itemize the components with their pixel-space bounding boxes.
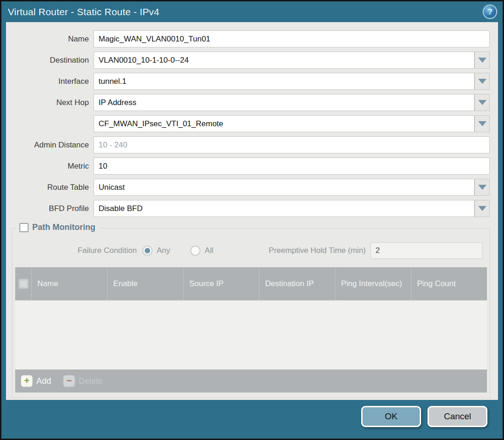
plus-icon: + — [21, 375, 33, 387]
name-input[interactable] — [94, 30, 490, 47]
form-row-bfd-profile: BFD Profile — [6, 200, 490, 217]
add-button[interactable]: + Add — [21, 375, 51, 387]
path-monitoring-title: Path Monitoring — [32, 223, 95, 232]
column-header-ping-count: Ping Count — [411, 267, 487, 300]
chevron-down-icon — [478, 185, 486, 190]
footer-button-bar: OK Cancel — [361, 406, 487, 427]
form-row-interface: Interface — [6, 73, 490, 90]
help-icon[interactable]: ? — [484, 6, 496, 18]
form-row-admin-distance: Admin Distance — [6, 136, 490, 153]
path-monitoring-checkbox[interactable] — [19, 223, 29, 232]
interface-label: Interface — [6, 77, 94, 86]
next-hop-label: Next Hop — [6, 98, 94, 107]
name-label: Name — [6, 35, 94, 44]
admin-distance-label: Admin Distance — [6, 141, 94, 150]
metric-input[interactable] — [94, 158, 490, 175]
form-row-destination: Destination — [6, 52, 490, 69]
table-header: Name Enable Source IP Destination IP Pin… — [15, 267, 487, 300]
form-row-route-table: Route Table — [6, 179, 490, 196]
ok-button[interactable]: OK — [361, 406, 421, 427]
add-button-label: Add — [36, 376, 51, 386]
table-footer-toolbar: + Add − Delete — [15, 370, 487, 393]
destination-input[interactable] — [94, 52, 475, 69]
cancel-button[interactable]: Cancel — [428, 406, 487, 427]
column-header-enable: Enable — [108, 267, 184, 300]
preemptive-hold-time-input — [370, 242, 482, 259]
table-header-checkbox-cell — [15, 267, 32, 300]
column-header-source-ip: Source IP — [184, 267, 260, 300]
dialog-window: Virtual Router - Static Route - IPv4 ? N… — [0, 0, 504, 440]
admin-distance-input[interactable] — [94, 136, 490, 153]
column-header-name: Name — [32, 267, 108, 300]
failure-condition-label: Failure Condition — [12, 246, 137, 255]
metric-label: Metric — [6, 162, 94, 171]
delete-button-label: Delete — [79, 376, 103, 386]
destination-label: Destination — [6, 56, 94, 65]
dialog-frame: Virtual Router - Static Route - IPv4 ? N… — [1, 1, 503, 439]
help-glyph: ? — [487, 7, 492, 17]
failure-condition-all-label: All — [205, 246, 213, 255]
route-table-dropdown-button[interactable] — [475, 179, 490, 196]
next-hop-type-input[interactable] — [94, 94, 475, 111]
path-monitoring-section: Path Monitoring Failure Condition Any Al… — [12, 228, 490, 398]
delete-button: − Delete — [63, 375, 103, 387]
column-header-ping-interval: Ping Interval(sec) — [335, 267, 411, 300]
chevron-down-icon — [478, 100, 486, 105]
form-row-next-hop: Next Hop — [6, 94, 490, 111]
route-table-label: Route Table — [6, 183, 94, 192]
interface-input[interactable] — [94, 73, 475, 90]
failure-condition-any-radio — [142, 246, 152, 256]
path-monitoring-legend: Path Monitoring — [16, 223, 99, 232]
failure-condition-all-radio — [190, 246, 200, 256]
next-hop-address-dropdown-button[interactable] — [475, 115, 490, 132]
interface-dropdown-button[interactable] — [475, 73, 490, 90]
route-table-input[interactable] — [94, 179, 475, 196]
table-body-empty — [15, 300, 487, 370]
destination-dropdown-button[interactable] — [475, 52, 490, 69]
minus-icon: − — [63, 375, 75, 387]
column-header-destination-ip: Destination IP — [259, 267, 335, 300]
chevron-down-icon — [478, 58, 486, 63]
dialog-body: Name Destination Interface — [6, 22, 498, 400]
failure-condition-any-label: Any — [157, 246, 170, 255]
bfd-profile-label: BFD Profile — [6, 204, 94, 213]
chevron-down-icon — [478, 206, 486, 211]
select-all-checkbox — [18, 279, 29, 289]
next-hop-address-input[interactable] — [94, 115, 475, 132]
form-row-metric: Metric — [6, 158, 490, 175]
bfd-profile-dropdown-button[interactable] — [475, 200, 490, 217]
form-row-next-hop-value — [6, 115, 490, 132]
preemptive-hold-time-label: Preemptive Hold Time (min) — [234, 246, 366, 255]
title-bar: Virtual Router - Static Route - IPv4 ? — [1, 1, 503, 22]
next-hop-type-dropdown-button[interactable] — [475, 94, 490, 111]
path-monitoring-table: Name Enable Source IP Destination IP Pin… — [15, 267, 487, 393]
chevron-down-icon — [478, 121, 486, 126]
bfd-profile-input[interactable] — [94, 200, 475, 217]
dialog-title: Virtual Router - Static Route - IPv4 — [8, 6, 159, 18]
chevron-down-icon — [478, 79, 486, 84]
failure-condition-row: Failure Condition Any All Preemptive Hol… — [12, 242, 490, 259]
form-row-name: Name — [6, 30, 490, 47]
